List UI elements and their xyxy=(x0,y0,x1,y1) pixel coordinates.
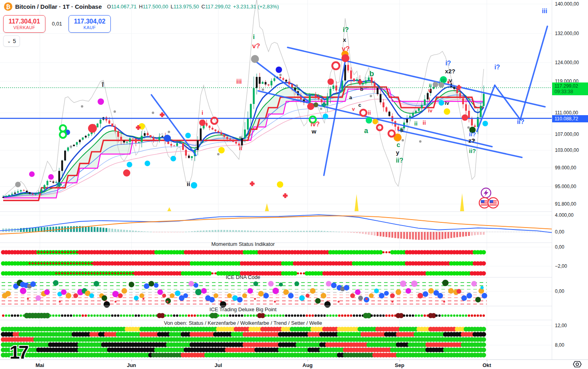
last-price-value: 117.299,02 xyxy=(555,83,588,89)
tradingview-chart-window: iiv?iiii?xv?bbacviiiv?waiiiiiicyii?i?x2?… xyxy=(0,0,588,369)
price-axis-label: 103.000,00 xyxy=(555,147,579,153)
price-axis-label: −2,00 xyxy=(555,263,567,269)
time-axis-tick xyxy=(308,360,308,361)
price-axis-label: 4.000,00 xyxy=(555,212,574,218)
event-icons[interactable] xyxy=(479,188,498,208)
low-value: 113.975,50 xyxy=(174,4,199,10)
svg-text:c: c xyxy=(358,102,361,108)
price-axis[interactable]: 140.000,00132.000,00124.000,00119.000,00… xyxy=(552,0,588,359)
svg-text:x2?: x2? xyxy=(445,68,455,75)
svg-text:v: v xyxy=(449,77,452,84)
price-axis-label: 8,00 xyxy=(555,342,564,348)
time-axis-month-label: Jul xyxy=(215,362,222,368)
svg-text:v: v xyxy=(352,106,355,112)
price-axis-label: 140.000,00 xyxy=(555,1,579,7)
time-axis-month-label: Okt xyxy=(482,362,491,368)
svg-text:ii?: ii? xyxy=(469,147,476,154)
macd-pane xyxy=(0,215,558,240)
dna-pane xyxy=(2,280,487,308)
bitcoin-logo-icon: ₿ xyxy=(4,2,12,11)
buy-price: 117.304,02 xyxy=(74,18,105,25)
price-axis-label: 132.000,00 xyxy=(555,31,579,36)
time-axis-tick xyxy=(400,360,400,361)
close-label: C xyxy=(202,4,205,10)
price-axis-label: 111.000,00 xyxy=(555,110,578,116)
grid-lines xyxy=(0,0,552,359)
svg-text:y: y xyxy=(396,149,400,156)
svg-text:ii: ii xyxy=(400,127,404,133)
svg-text:iii: iii xyxy=(236,78,242,85)
svg-text:a: a xyxy=(364,127,368,135)
svg-text:i?: i? xyxy=(343,26,349,33)
time-axis-month-label: Sep xyxy=(395,362,404,368)
bottom-pane-title: Von oben: Status / Kerzenfarbe / Wolkenf… xyxy=(0,320,486,326)
svg-text:b: b xyxy=(360,86,363,92)
bar-countdown: 09:33:38 xyxy=(555,89,588,94)
time-axis[interactable]: MaiJunJulAugSepOkt xyxy=(0,359,588,369)
svg-text:w: w xyxy=(311,128,316,135)
time-axis-month-label: Aug xyxy=(302,362,312,368)
economic-event-flag-icon xyxy=(488,198,498,208)
svg-text:iv?: iv? xyxy=(310,121,319,128)
open-label: O xyxy=(107,4,111,10)
symbol-header: ₿ Bitcoin / Dollar · 1T · Coinbase O114.… xyxy=(4,2,279,11)
price-axis-label: 0,00 xyxy=(555,244,564,250)
svg-text:v?: v? xyxy=(252,42,260,50)
scales-settings-icon[interactable] xyxy=(573,361,582,369)
price-axis-label: 12,00 xyxy=(555,323,567,328)
last-price-badge: 117.299,02 09:33:38 xyxy=(552,82,588,95)
price-axis-label: 99.000,00 xyxy=(555,165,576,171)
time-axis-tick xyxy=(131,360,132,361)
svg-text:ii: ii xyxy=(368,110,371,116)
svg-text:iii: iii xyxy=(441,77,446,83)
time-axis-month-label: Mai xyxy=(35,362,44,368)
svg-text:v?: v? xyxy=(342,45,350,53)
svg-text:x: x xyxy=(343,37,346,43)
change-value: +3.231,31 (+2,83%) xyxy=(233,4,279,10)
price-axis-label: 124.000,00 xyxy=(555,60,579,65)
time-axis-tick xyxy=(218,360,219,361)
trade-panel: 117.304,01 VERKAUF 117.304,02 KAUF xyxy=(3,15,111,33)
chart-canvas[interactable]: iiv?iiii?xv?bbacviiiv?waiiiiiicyii?i?x2?… xyxy=(0,0,588,369)
svg-text:ii: ii xyxy=(423,119,426,126)
candle-count-dropdown[interactable]: ⌄ 5 xyxy=(3,35,20,47)
level-price-badge: 110.088,72 xyxy=(552,115,588,122)
svg-text:i?: i? xyxy=(494,64,500,71)
open-value: 114.067,71 xyxy=(111,4,137,10)
dna-pane-title: ICE DNA Code xyxy=(0,274,486,280)
candle-count-value: 5 xyxy=(13,38,16,44)
svg-text:i: i xyxy=(429,96,430,102)
svg-text:ii: ii xyxy=(239,145,242,151)
bottom-dot-rows xyxy=(1,327,486,357)
bigpoint-dot-row xyxy=(2,313,485,318)
buy-label: KAUF xyxy=(84,25,96,30)
svg-text:i: i xyxy=(253,33,255,41)
ohlc-values: O114.067,71 H117.500,00 L113.975,50 C117… xyxy=(107,4,279,10)
low-label: L xyxy=(171,4,173,10)
time-axis-tick xyxy=(487,360,487,361)
symbol-title[interactable]: Bitcoin / Dollar · 1T · Coinbase xyxy=(15,3,102,10)
momentum-pane-title: Momentum Status Indikator xyxy=(0,241,486,247)
svg-text:ii: ii xyxy=(414,120,417,127)
price-axis-label: 95.000,00 xyxy=(555,184,576,189)
price-axis-label: 0,00 xyxy=(555,229,564,235)
bigpoint-pane-title: ICE Trading Deluxe Big Point xyxy=(0,306,486,312)
svg-text:v: v xyxy=(428,87,431,93)
svg-text:c: c xyxy=(397,141,400,148)
svg-text:iii: iii xyxy=(542,8,547,14)
svg-text:i: i xyxy=(102,81,104,88)
svg-text:ii: ii xyxy=(187,181,190,187)
price-axis-label: 91.800,00 xyxy=(555,201,576,207)
high-label: H xyxy=(139,4,143,10)
svg-text:iv: iv xyxy=(445,100,450,106)
yellow-highlight-marks xyxy=(167,193,464,211)
sell-button[interactable]: 117.304,01 VERKAUF xyxy=(3,15,45,33)
svg-text:ii?: ii? xyxy=(517,118,525,125)
price-axis-label: 0,00 xyxy=(555,289,564,294)
buy-button[interactable]: 117.304,02 KAUF xyxy=(69,15,111,33)
time-axis-month-label: Jun xyxy=(127,362,136,368)
chevron-down-icon: ⌄ xyxy=(7,39,11,44)
sell-label: VERKAUF xyxy=(14,25,35,30)
time-axis-tick xyxy=(40,360,40,361)
svg-text:i: i xyxy=(202,109,203,116)
